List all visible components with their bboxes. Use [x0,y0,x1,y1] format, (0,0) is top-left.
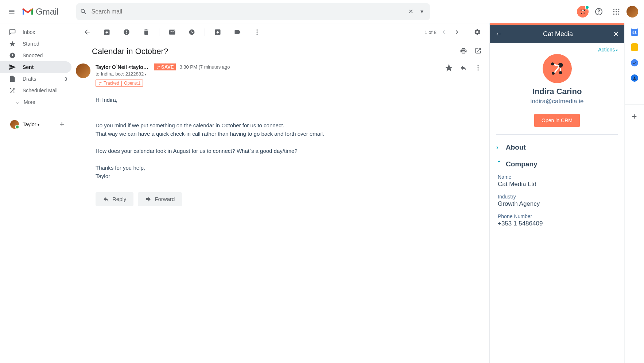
google-apps-button[interactable] [609,4,624,19]
svg-point-11 [616,13,617,15]
main-menu-button[interactable] [3,3,20,20]
hs-contact-email[interactable]: indira@catmedia.ie [497,98,617,105]
print-button[interactable] [460,47,467,56]
back-button[interactable] [77,25,97,39]
message-recipients[interactable]: to Indira, bcc: 2122882 [96,71,445,77]
app-header: Gmail ✕ ▾ [0,0,644,23]
archive-button[interactable] [97,25,117,39]
sidebar-more-button[interactable]: More [0,96,71,108]
calendar-addon-button[interactable]: 31 [631,28,638,36]
contacts-addon-button[interactable] [631,74,638,82]
hs-open-crm-button[interactable]: Open in CRM [534,114,580,127]
side-rail: 31 + [624,23,644,363]
chevron-down-icon: › [496,160,503,168]
message-subject: Calendar in October? [92,47,168,56]
svg-point-19 [256,30,257,31]
hubspot-panel: ← Cat Media ✕ Actions Indira Carino indi… [489,23,624,363]
profile-avatar[interactable] [10,120,19,129]
svg-point-32 [551,62,554,65]
svg-point-8 [616,11,617,12]
company-name-label: Name [498,174,618,180]
message-pane: 1 of 8 Calendar in October? Taylor O`Ne [71,23,489,363]
account-avatar[interactable] [626,6,638,18]
search-input[interactable] [92,8,406,15]
reply-icon-button[interactable] [460,64,467,73]
company-name-value: Cat Media Ltd [498,181,618,188]
svg-point-29 [477,67,478,68]
hs-actions-menu[interactable]: Actions [598,47,618,53]
reply-button[interactable]: Reply [96,192,133,206]
sender-avatar[interactable] [76,63,90,78]
mark-unread-button[interactable] [162,25,182,39]
hs-company-toggle[interactable]: › Company [496,160,618,168]
svg-point-3 [583,12,585,13]
snooze-button[interactable] [182,25,202,39]
hubspot-save-badge[interactable]: SAVE [154,63,176,70]
hs-about-toggle[interactable]: › About [496,143,618,151]
svg-point-30 [477,69,478,70]
open-new-window-button[interactable] [474,47,482,56]
sidebar-item-drafts[interactable]: Drafts 3 [0,73,71,85]
company-phone-value: +353 1 5486409 [498,220,618,227]
sidebar-item-scheduled[interactable]: Scheduled Mail [0,85,71,96]
svg-point-23 [157,66,158,66]
search-options-button[interactable]: ▾ [418,5,426,18]
next-message-button[interactable] [451,26,463,38]
get-addons-button[interactable]: + [625,104,644,121]
sidebar-item-sent[interactable]: Sent [0,61,71,73]
tracked-badge[interactable]: Tracked Opens:1 [96,80,143,87]
company-phone-label: Phone Number [498,213,618,219]
nav-label: Scheduled Mail [23,88,58,93]
message-header: Taylor O`Neil <taylorfo... SAVE 3:30 PM … [71,59,489,87]
svg-point-28 [477,65,478,66]
search-clear-button[interactable]: ✕ [406,5,416,18]
forward-button[interactable]: Forward [138,192,182,206]
search-icon [80,8,87,15]
nav-label: Starred [23,41,39,47]
hs-back-button[interactable]: ← [495,29,503,39]
keep-addon-button[interactable] [631,44,638,51]
sidebar-item-snoozed[interactable]: Snoozed [0,50,71,61]
company-industry-value: Growth Agency [498,200,618,208]
spam-button[interactable] [117,25,136,39]
chevron-down-icon[interactable]: ▾ [38,123,39,127]
nav-label: Snoozed [23,53,43,58]
sender-name[interactable]: Taylor O`Neil <taylorfo... [96,64,150,70]
hs-contact-logo [543,54,572,83]
svg-point-21 [256,34,257,35]
sidebar-nav: Inbox Starred Snoozed Sent Drafts 3 Sche… [0,23,71,363]
delete-button[interactable] [136,25,156,39]
prev-message-button[interactable] [438,26,450,38]
svg-point-6 [618,8,619,9]
nav-label: Drafts [23,76,36,82]
svg-point-15 [10,88,11,89]
hs-close-button[interactable]: ✕ [613,30,619,38]
more-options-button[interactable] [247,25,267,39]
message-timestamp: 3:30 PM (7 minutes ago [179,64,230,70]
svg-point-4 [613,8,614,9]
settings-button[interactable] [472,26,483,38]
gmail-logo[interactable]: Gmail [22,7,59,17]
profile-name[interactable]: Taylor [23,121,36,127]
svg-point-9 [618,11,619,12]
tasks-addon-button[interactable] [631,59,638,66]
search-bar[interactable]: ✕ ▾ [76,3,430,20]
sidebar-item-starred[interactable]: Starred [0,38,71,50]
app-name: Gmail [36,7,59,17]
labels-button[interactable] [228,25,247,39]
message-more-button[interactable] [474,64,482,73]
hs-panel-title: Cat Media [503,30,613,38]
chevron-right-icon: › [496,144,502,151]
move-to-button[interactable] [208,25,228,39]
sidebar-item-inbox[interactable]: Inbox [0,26,71,38]
support-button[interactable] [591,4,606,19]
hubspot-extension-button[interactable] [577,6,589,18]
svg-point-12 [618,13,619,15]
svg-point-10 [613,13,614,15]
add-profile-button[interactable]: + [59,120,64,129]
svg-point-26 [99,82,100,82]
svg-point-34 [559,71,562,74]
star-button[interactable] [445,64,453,73]
company-industry-label: Industry [498,194,618,200]
svg-point-1 [581,9,582,11]
